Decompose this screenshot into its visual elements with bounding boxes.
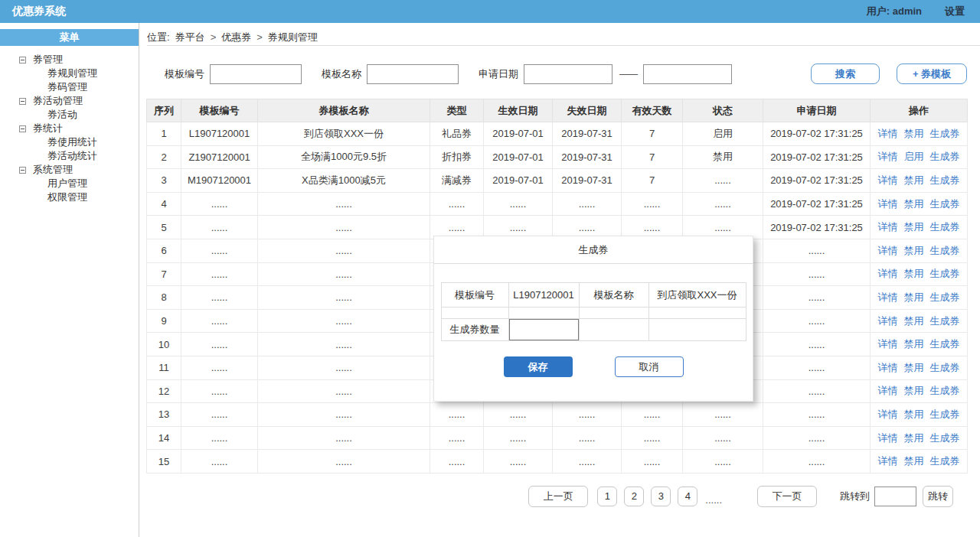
collapse-icon[interactable] [19, 57, 26, 63]
toggle-status-link[interactable]: 禁用 [904, 245, 924, 256]
toggle-status-link[interactable]: 禁用 [904, 221, 924, 233]
sidebar-item[interactable]: 用户管理 [0, 177, 139, 190]
generate-coupon-link[interactable]: 生成券 [930, 432, 960, 444]
page-button[interactable]: 2 [624, 487, 644, 506]
save-button[interactable]: 保存 [504, 356, 573, 377]
detail-link[interactable]: 详情 [878, 151, 898, 162]
sidebar-item[interactable]: 券规则管理 [0, 67, 139, 80]
cancel-button[interactable]: 取消 [615, 356, 684, 377]
toggle-status-link[interactable]: 启用 [904, 151, 924, 162]
template-code-input[interactable] [210, 64, 302, 84]
page-button[interactable]: 3 [651, 487, 671, 506]
sidebar-item[interactable]: 券活动 [0, 108, 139, 122]
collapse-icon[interactable] [19, 98, 26, 105]
detail-link[interactable]: 详情 [878, 174, 898, 186]
quantity-input[interactable] [509, 319, 579, 340]
generate-coupon-link[interactable]: 生成券 [930, 245, 960, 256]
cell-end: ...... [553, 426, 622, 450]
sidebar-header: 菜单 [0, 29, 139, 46]
prev-page-button[interactable]: 上一页 [528, 486, 588, 507]
toggle-status-link[interactable]: 禁用 [904, 385, 924, 396]
toggle-status-link[interactable]: 禁用 [904, 128, 924, 139]
search-button[interactable]: 搜索 [811, 63, 880, 84]
col-applied: 申请日期 [763, 99, 871, 122]
toggle-status-link[interactable]: 禁用 [904, 198, 924, 210]
toggle-status-link[interactable]: 禁用 [904, 362, 924, 373]
cell-name: 到店领取XXX一份 [258, 122, 430, 146]
generate-coupon-link[interactable]: 生成券 [930, 174, 960, 186]
generate-coupon-link[interactable]: 生成券 [930, 221, 960, 233]
cell-actions: 详情禁用生成券 [871, 379, 968, 403]
breadcrumb-item[interactable]: 券规则管理 [268, 31, 318, 44]
col-seq: 序列 [147, 99, 181, 122]
breadcrumb-item[interactable]: 券平台 [175, 31, 205, 44]
generate-coupon-link[interactable]: 生成券 [930, 128, 960, 139]
generate-coupon-link[interactable]: 生成券 [930, 338, 960, 350]
toggle-status-link[interactable]: 禁用 [904, 338, 924, 350]
generate-coupon-link[interactable]: 生成券 [930, 455, 960, 467]
detail-link[interactable]: 详情 [878, 128, 898, 139]
detail-link[interactable]: 详情 [878, 268, 898, 279]
detail-link[interactable]: 详情 [878, 432, 898, 444]
page-button[interactable]: 4 [678, 487, 697, 506]
generate-coupon-link[interactable]: 生成券 [930, 291, 960, 303]
detail-link[interactable]: 详情 [878, 198, 898, 210]
detail-link[interactable]: 详情 [878, 245, 898, 256]
add-template-button[interactable]: + 券模板 [897, 63, 967, 84]
cell-start: ...... [484, 403, 553, 427]
breadcrumb-item[interactable]: 优惠券 [221, 31, 251, 44]
date-from-input[interactable] [524, 64, 612, 84]
detail-link[interactable]: 详情 [878, 338, 898, 350]
page-button[interactable]: 1 [597, 487, 617, 506]
generate-coupon-link[interactable]: 生成券 [930, 385, 960, 396]
apply-date-label: 申请日期 [479, 67, 518, 81]
toggle-status-link[interactable]: 禁用 [904, 291, 924, 303]
collapse-icon[interactable] [19, 167, 26, 174]
detail-link[interactable]: 详情 [878, 362, 898, 373]
toggle-status-link[interactable]: 禁用 [904, 315, 924, 327]
sidebar-item[interactable]: 券使用统计 [0, 135, 139, 149]
detail-link[interactable]: 详情 [878, 455, 898, 467]
toggle-status-link[interactable]: 禁用 [904, 432, 924, 444]
toggle-status-link[interactable]: 禁用 [904, 174, 924, 186]
next-page-button[interactable]: 下一页 [757, 486, 817, 507]
cell-name: ...... [258, 286, 430, 310]
generate-coupon-link[interactable]: 生成券 [930, 408, 960, 420]
date-to-input[interactable] [643, 64, 732, 84]
generate-coupon-link[interactable]: 生成券 [930, 362, 960, 373]
cell-actions: 详情禁用生成券 [871, 356, 968, 379]
detail-link[interactable]: 详情 [878, 221, 898, 233]
collapse-icon[interactable] [19, 125, 26, 132]
cell-actions: 详情禁用生成券 [871, 122, 968, 146]
sidebar-group[interactable]: 券管理 [0, 53, 139, 67]
settings-link[interactable]: 设置 [945, 5, 965, 18]
detail-link[interactable]: 详情 [878, 408, 898, 420]
detail-link[interactable]: 详情 [878, 385, 898, 396]
sidebar-group[interactable]: 券活动管理 [0, 94, 139, 108]
cell-code: Z1907120001 [181, 145, 258, 169]
generate-coupon-link[interactable]: 生成券 [930, 151, 960, 162]
template-name-input[interactable] [367, 64, 459, 84]
cell-type: ...... [430, 426, 484, 450]
sidebar-item[interactable]: 权限管理 [0, 190, 139, 204]
toggle-status-link[interactable]: 禁用 [904, 455, 924, 467]
sidebar-item[interactable]: 券活动统计 [0, 149, 139, 163]
jump-input[interactable] [874, 487, 916, 506]
col-actions: 操作 [871, 99, 968, 122]
cell-code: ...... [181, 239, 258, 262]
cell-actions: 详情禁用生成券 [871, 333, 968, 356]
detail-link[interactable]: 详情 [878, 291, 898, 303]
toggle-status-link[interactable]: 禁用 [904, 268, 924, 279]
generate-coupon-link[interactable]: 生成券 [930, 198, 960, 210]
sidebar-group[interactable]: 系统管理 [0, 163, 139, 177]
sidebar-group[interactable]: 券统计 [0, 122, 139, 135]
jump-button[interactable]: 跳转 [923, 486, 953, 507]
generate-coupon-link[interactable]: 生成券 [930, 268, 960, 279]
cell-name: ...... [258, 450, 430, 474]
detail-link[interactable]: 详情 [878, 315, 898, 327]
cell-seq: 3 [147, 169, 181, 193]
table-row: 15......................................… [147, 450, 968, 474]
toggle-status-link[interactable]: 禁用 [904, 408, 924, 420]
generate-coupon-link[interactable]: 生成券 [930, 315, 960, 327]
sidebar-item[interactable]: 券码管理 [0, 80, 139, 94]
